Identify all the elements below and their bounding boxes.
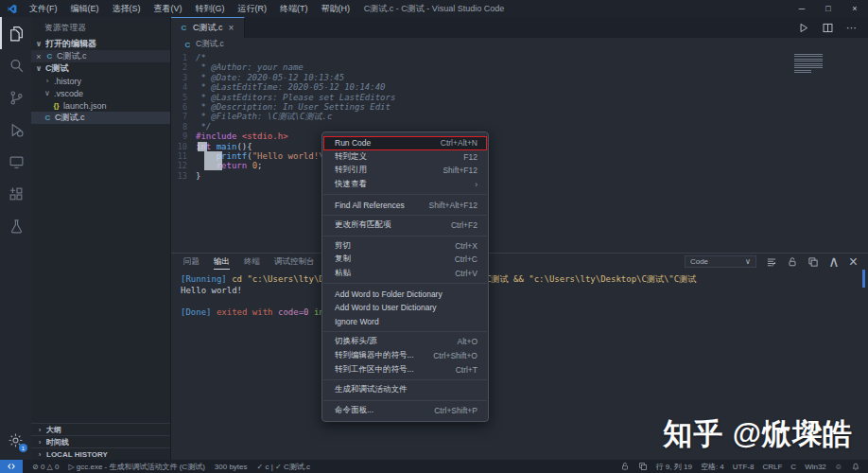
context-menu-item[interactable]: 快速查看› (322, 178, 488, 192)
maximize-panel-icon[interactable]: ∧ (828, 253, 840, 271)
menubar-item[interactable]: 终端(T) (273, 0, 315, 17)
maximize-button[interactable]: □ (815, 0, 842, 17)
menubar-item[interactable]: 转到(G) (189, 0, 232, 17)
status-lock-indicator[interactable] (620, 462, 630, 471)
tree-item[interactable]: ×CC测试.c (31, 50, 170, 62)
context-menu-item[interactable]: 切换标头/源Alt+O (322, 335, 488, 349)
remote-indicator[interactable] (0, 460, 23, 473)
menu-separator (323, 400, 487, 401)
status-feedback[interactable]: ☺ (835, 463, 842, 471)
close-panel-icon[interactable]: × (849, 254, 858, 271)
panel-tab-输出[interactable]: 输出 (214, 254, 230, 270)
manage-gear-button[interactable]: 1 (0, 426, 31, 454)
minimize-button[interactable]: ─ (789, 0, 815, 17)
status-preview-indicator[interactable] (638, 462, 648, 471)
close-icon[interactable]: × (35, 52, 43, 61)
tree-item[interactable]: ›.history (31, 75, 170, 87)
context-menu-item[interactable]: 转到定义F12 (322, 150, 488, 165)
chevron-down-icon: ∨ (745, 257, 751, 266)
editor-tab-active[interactable]: C C测试.c × (171, 17, 245, 38)
context-menu-item[interactable]: 复制Ctrl+C (322, 253, 488, 267)
status-problems[interactable]: ⊘ 0 △ 0 (32, 463, 59, 471)
panel-tab-问题[interactable]: 问题 (183, 254, 200, 269)
context-menu-item[interactable]: Add Word to User Dictionary (322, 301, 488, 315)
context-menu-item[interactable]: 命令面板...Ctrl+Shift+P (322, 404, 488, 418)
source-control-icon (9, 90, 25, 106)
tree-section-header[interactable]: ∨打开的编辑器 (31, 38, 170, 50)
output-console[interactable]: [Running] cd "c:\Users\lty\Desktop\C测试\"… (171, 270, 868, 318)
context-menu-item[interactable]: Add Word to Folder Dictionary (322, 287, 488, 301)
lock-scroll-icon[interactable] (787, 256, 798, 268)
open-in-editor-icon[interactable] (807, 256, 819, 268)
code-token: <stdio.h> (242, 131, 288, 141)
panel-tab-调试控制台[interactable]: 调试控制台 (274, 254, 315, 269)
context-menu-item[interactable]: 转到编辑器中的符号...Ctrl+Shift+O (322, 349, 488, 363)
status-indentation[interactable]: 空格: 4 (701, 462, 724, 472)
menubar-item[interactable]: 编辑(E) (64, 0, 106, 17)
activitybar-search[interactable] (0, 49, 31, 81)
menubar-item[interactable]: 帮助(H) (315, 0, 357, 17)
menubar-item[interactable]: 查看(V) (148, 0, 189, 17)
status-notifications[interactable] (851, 462, 860, 471)
status-file-size[interactable]: 300 bytes (215, 463, 248, 471)
menubar-item[interactable]: 选择(S) (106, 0, 148, 17)
context-menu-item[interactable]: 转到引用Shift+F12 (322, 164, 488, 178)
activitybar-extensions[interactable] (0, 178, 31, 210)
menubar-item[interactable]: 文件(F) (23, 0, 64, 17)
c-file-icon: C (180, 24, 188, 32)
activitybar-explorer[interactable] (0, 17, 31, 49)
context-menu-item[interactable]: Ignore Word (322, 315, 488, 329)
context-menu-item[interactable]: Run CodeCtrl+Alt+N (323, 136, 487, 150)
status-encoding[interactable]: UTF-8 (733, 463, 755, 471)
run-code-button[interactable] (797, 22, 809, 34)
section-label: LOCAL HISTORY (46, 450, 108, 459)
code-line: 13} (171, 171, 868, 181)
more-actions-icon[interactable]: ⋯ (846, 22, 857, 34)
context-menu-item[interactable]: 粘贴Ctrl+V (322, 267, 488, 281)
code-line: 3 * @Date: 2020-05-12 10:13:45 (171, 73, 868, 82)
output-channel-select[interactable]: Code∨ (685, 255, 756, 268)
activitybar-source-control[interactable] (0, 81, 31, 114)
code-line: 6 * @Description: In User Settings Edit (171, 102, 868, 112)
breadcrumb[interactable]: C C测试.c (171, 38, 868, 51)
sidebar-section-时间线[interactable]: ›时间线 (31, 435, 170, 447)
line-number: 9 (171, 131, 196, 141)
tree-item[interactable]: CC测试.c (31, 112, 170, 124)
code-editor[interactable]: 1/*2 * @Author: your name3 * @Date: 2020… (171, 51, 868, 253)
tree-section-header[interactable]: ∨C测试 (31, 62, 170, 75)
tree-item-label: C测试.c (55, 112, 85, 124)
status-task-gcc[interactable]: ▷ gcc.exe - 生成和调试活动文件 (C测试) (68, 462, 204, 472)
context-menu-item[interactable]: 剪切Ctrl+X (322, 239, 488, 254)
panel-scrollbar[interactable] (862, 270, 865, 288)
tab-close-icon[interactable]: × (228, 23, 235, 33)
status-cursor-position[interactable]: 行 9, 列 19 (656, 462, 692, 472)
activitybar-remote-explorer[interactable] (0, 146, 31, 178)
tree-item-label: C测试.c (57, 50, 87, 62)
status-platform[interactable]: Win32 (805, 463, 826, 471)
tab-label: C测试.c (193, 22, 223, 34)
output-token: [Done] (181, 307, 217, 317)
tree-item[interactable]: ∨.vscode (31, 87, 170, 99)
status-language-mode[interactable]: C (790, 463, 796, 471)
status-eol[interactable]: CRLF (762, 463, 782, 471)
sidebar-section-大纲[interactable]: ›大纲 (31, 423, 170, 435)
menubar-item[interactable]: 运行(R) (232, 0, 274, 17)
context-menu-item[interactable]: Find All ReferencesShift+Alt+F12 (322, 198, 488, 212)
line-number: 7 (171, 112, 196, 121)
split-editor-button[interactable] (822, 22, 834, 34)
submenu-arrow-icon: › (475, 180, 477, 189)
context-menu-item[interactable]: 转到工作区中的符号...Ctrl+T (322, 362, 488, 377)
activitybar-run-debug[interactable] (0, 114, 31, 146)
status-lint-status[interactable]: ✓ c | ✓ C测试.c (257, 462, 310, 472)
clear-output-icon[interactable] (766, 256, 777, 268)
context-menu-item[interactable]: 更改所有匹配项Ctrl+F2 (322, 219, 488, 233)
tree-item[interactable]: {}launch.json (31, 99, 170, 112)
menu-item-label: 粘贴 (335, 268, 351, 279)
code-token: main (217, 142, 237, 151)
activitybar-test[interactable] (0, 210, 31, 242)
status-text: CRLF (762, 463, 782, 471)
close-button[interactable]: × (842, 0, 868, 17)
sidebar-section-local-history[interactable]: ›LOCAL HISTORY (31, 447, 170, 460)
panel-tab-终端[interactable]: 终端 (244, 254, 260, 269)
context-menu-item[interactable]: 生成和调试活动文件 (322, 383, 488, 397)
